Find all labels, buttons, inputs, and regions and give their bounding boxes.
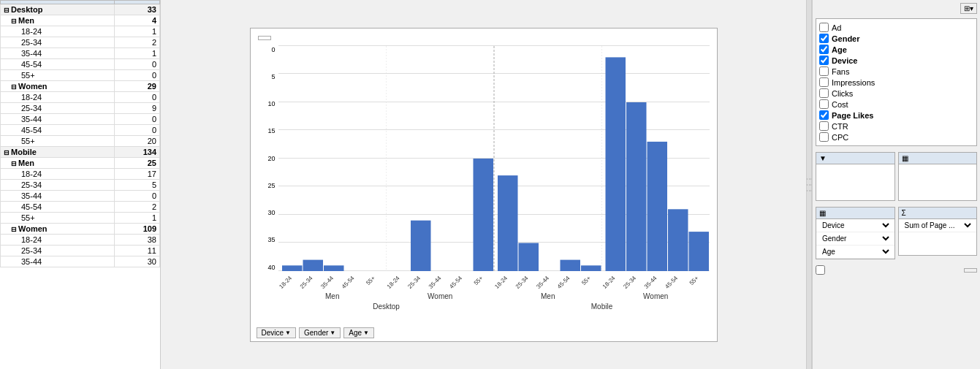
axis-field-tag[interactable]: Gender: [816, 232, 894, 246]
y-axis-tick: 0: [258, 46, 276, 53]
pivot-label[interactable]: ⊟Women: [1, 81, 115, 92]
axis-field-tag[interactable]: Device: [816, 219, 894, 232]
drag-areas-2: ▦ DeviceGenderAge Σ Sum of Page ...: [816, 207, 977, 259]
field-checkbox[interactable]: [819, 45, 829, 54]
axis-field-tag[interactable]: Age: [816, 246, 894, 259]
y-axis-tick: 30: [258, 209, 276, 216]
field-label[interactable]: Page Likes: [832, 111, 873, 120]
field-item-cpc: CPC: [819, 132, 973, 142]
filter-button-age[interactable]: Age ▼: [343, 327, 374, 338]
field-label[interactable]: Gender: [832, 34, 860, 43]
pivot-label: 18-24: [1, 235, 115, 246]
field-panel-menu-button[interactable]: ⊞▾: [960, 3, 977, 14]
field-checkbox[interactable]: [819, 132, 829, 142]
bar[interactable]: [626, 102, 647, 271]
axis-fields-header: ▦: [816, 207, 895, 219]
bar[interactable]: [411, 220, 431, 270]
pivot-label: 55+: [1, 136, 115, 147]
drag-areas: ▼ ▦: [816, 152, 977, 201]
bar[interactable]: [282, 265, 303, 271]
values-header: Σ: [898, 207, 978, 219]
sigma-icon: Σ: [902, 209, 906, 217]
field-checkbox[interactable]: [819, 66, 829, 76]
value-field-tag[interactable]: Sum of Page ...: [899, 219, 977, 232]
field-checkbox[interactable]: [819, 23, 829, 32]
field-label[interactable]: Ad: [832, 23, 841, 32]
y-axis-tick: 35: [258, 236, 276, 243]
pivot-value: 1: [114, 48, 159, 59]
field-checkbox[interactable]: [819, 34, 829, 43]
field-checkbox[interactable]: [819, 88, 829, 98]
field-item-pagelikes: Page Likes: [819, 110, 973, 121]
pivot-value: 0: [114, 114, 159, 125]
pivot-value: 2: [114, 202, 159, 213]
field-label[interactable]: CPC: [832, 133, 848, 142]
pivot-value: 0: [114, 92, 159, 103]
filter-icon: ▼: [819, 154, 827, 162]
field-label[interactable]: Fans: [832, 67, 849, 76]
field-checkbox[interactable]: [819, 99, 829, 109]
bar[interactable]: [498, 175, 518, 271]
bar[interactable]: [605, 57, 626, 271]
pivot-label[interactable]: ⊟Desktop: [1, 4, 115, 15]
pivot-label[interactable]: ⊟Men: [1, 15, 115, 26]
pivot-value: 109: [114, 224, 159, 235]
field-label[interactable]: Age: [832, 45, 847, 54]
defer-checkbox[interactable]: [816, 265, 825, 275]
bar[interactable]: [303, 259, 323, 270]
legend-icon: ▦: [902, 154, 908, 162]
pivot-value: 29: [114, 81, 159, 92]
update-button[interactable]: [964, 268, 977, 273]
bar[interactable]: [324, 265, 344, 271]
pivot-label: 45-54: [1, 202, 115, 213]
field-checkbox[interactable]: [819, 121, 829, 131]
y-axis-tick: 25: [258, 182, 276, 189]
bar[interactable]: [581, 265, 601, 271]
field-item-gender: Gender: [819, 33, 973, 44]
axis-fields-body: DeviceGenderAge: [816, 219, 895, 259]
pivot-value: 2: [114, 37, 159, 48]
field-label[interactable]: Impressions: [832, 78, 875, 87]
pivot-value: 33: [114, 4, 159, 15]
value-field-select[interactable]: Sum of Page ...: [902, 221, 974, 230]
bar[interactable]: [473, 159, 493, 271]
field-item-ctr: CTR: [819, 121, 973, 132]
axis-field-select[interactable]: Device: [819, 221, 892, 230]
report-filter-area: ▼: [816, 152, 895, 201]
pivot-label[interactable]: ⊟Men: [1, 158, 115, 169]
chart-title: [258, 36, 271, 40]
field-checkbox[interactable]: [819, 77, 829, 87]
panel-divider[interactable]: ⋮⋮⋮: [806, 0, 812, 369]
field-panel-header: ⊞▾: [816, 3, 977, 14]
axis-field-select[interactable]: Age: [819, 247, 892, 256]
pivot-value: 1: [114, 26, 159, 37]
field-checkbox[interactable]: [819, 110, 829, 120]
field-checkbox[interactable]: [819, 56, 829, 65]
bar[interactable]: [560, 259, 580, 270]
bar[interactable]: [647, 141, 667, 270]
y-axis: 4035302520151050: [258, 46, 278, 271]
pivot-label: 35-44: [1, 48, 115, 59]
field-label[interactable]: Clicks: [832, 89, 853, 98]
pivot-label: 45-54: [1, 125, 115, 136]
field-label[interactable]: Device: [832, 56, 857, 65]
pivot-label[interactable]: ⊟Women: [1, 224, 115, 235]
field-item-ad: Ad: [819, 22, 973, 33]
report-filter-body: [816, 164, 895, 201]
bar[interactable]: [518, 243, 539, 271]
filter-row: Device ▼Gender ▼Age ▼: [257, 327, 375, 338]
filter-button-device[interactable]: Device ▼: [257, 327, 297, 338]
field-label[interactable]: Cost: [832, 100, 848, 109]
bar[interactable]: [688, 232, 709, 271]
field-item-device: Device: [819, 55, 973, 66]
pivot-label: 35-44: [1, 114, 115, 125]
field-label[interactable]: CTR: [832, 122, 848, 131]
axis-field-select[interactable]: Gender: [819, 234, 892, 243]
pivot-label: 25-34: [1, 37, 115, 48]
bar[interactable]: [668, 209, 688, 271]
pivot-label[interactable]: ⊟Mobile: [1, 147, 115, 158]
values-body: Sum of Page ...: [898, 219, 978, 256]
pivot-value: 0: [114, 125, 159, 136]
filter-button-gender[interactable]: Gender ▼: [299, 327, 341, 338]
pivot-value: 38: [114, 235, 159, 246]
